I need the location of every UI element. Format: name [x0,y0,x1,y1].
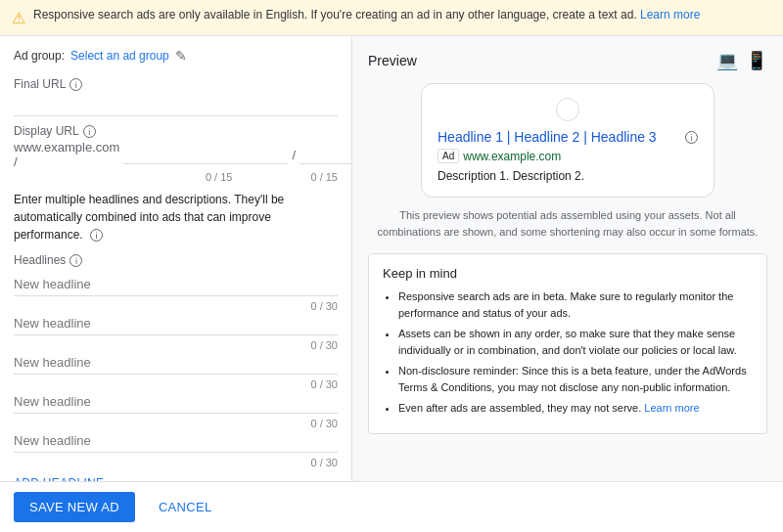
ad-preview-circle [556,98,579,121]
top-notice: ⚠ Responsive search ads are only availab… [0,0,783,36]
display-url-slash: / [292,148,296,162]
headline-item-1 [14,273,338,296]
desktop-icon[interactable]: 💻 [716,50,738,71]
headline-input-1[interactable] [14,273,338,296]
hint-text: Enter multiple headlines and description… [14,191,338,244]
notice-learn-more-link[interactable]: Learn more [640,8,700,22]
ad-url-line: Ad www.example.com [438,149,698,163]
device-icons: 💻 📱 [716,50,767,71]
headline-count-3: 0 / 30 [14,378,338,390]
final-url-label: Final URL i [14,77,338,91]
notice-text: Responsive search ads are only available… [33,8,700,22]
ad-group-label: Ad group: [14,49,65,63]
keep-in-mind-item-3: Non-disclosure reminder: Since this is a… [398,363,753,395]
headlines-info-icon[interactable]: i [69,254,82,267]
notice-message: Responsive search ads are only available… [33,8,637,22]
display-url-label: Display URL i [14,124,338,138]
main-container: ⚠ Responsive search ads are only availab… [0,0,783,532]
headline-item-5 [14,429,338,453]
headline-count-5: 0 / 30 [14,457,338,468]
keep-in-mind-item-4: Even after ads are assembled, they may n… [398,400,753,417]
ad-headline-text: Headline 1 | Headline 2 | Headline 3 [438,129,657,145]
headlines-list: 0 / 30 0 / 30 0 / 30 0 / 30 0 / 30 [14,273,338,468]
display-url-count-1: 0 / 15 [206,171,233,183]
warning-icon: ⚠ [12,9,25,27]
preview-title: Preview [368,53,417,68]
display-url-row: www.example.com / / [14,140,338,169]
ad-display-url: www.example.com [463,150,561,163]
keep-in-mind-learn-more-link[interactable]: Learn more [644,402,699,414]
display-url-input-2[interactable] [299,145,352,164]
display-url-input-1[interactable] [123,145,288,164]
edit-icon[interactable]: ✎ [175,48,187,64]
headline-item-2 [14,312,338,335]
right-panel: Preview 💻 📱 Headline 1 | Headline 2 | He… [352,36,783,481]
keep-in-mind-title: Keep in mind [383,266,753,281]
select-ad-group-link[interactable]: Select an ad group [70,49,169,63]
headline-input-4[interactable] [14,390,338,414]
footer: SAVE NEW AD CANCEL [0,481,783,532]
headline-item-3 [14,351,338,375]
display-url-counts: 0 / 15 0 / 15 [14,171,338,183]
ad-headline: Headline 1 | Headline 2 | Headline 3 i [438,129,698,145]
keep-in-mind-item-2: Assets can be shown in any order, so mak… [398,326,753,358]
ad-group-row: Ad group: Select an ad group ✎ [14,48,338,64]
ad-preview-info-icon[interactable]: i [685,131,698,144]
final-url-field: Final URL i [14,77,338,116]
headlines-section-label: Headlines i [14,253,338,267]
hint-info-icon[interactable]: i [90,229,103,242]
keep-in-mind: Keep in mind Responsive search ads are i… [368,253,767,434]
left-panel: Ad group: Select an ad group ✎ Final URL… [0,36,352,481]
preview-header: Preview 💻 📱 [368,50,767,71]
display-url-prefix: www.example.com / [14,140,119,169]
display-url-count-2: 0 / 15 [310,171,338,183]
ad-preview-box: Headline 1 | Headline 2 | Headline 3 i A… [421,83,714,198]
headline-count-2: 0 / 30 [14,339,338,351]
save-new-ad-button[interactable]: SAVE NEW AD [14,492,135,522]
keep-in-mind-list: Responsive search ads are in beta. Make … [383,288,753,417]
display-url-field: Display URL i www.example.com / / 0 / 15… [14,124,338,183]
headline-input-3[interactable] [14,351,338,375]
final-url-input[interactable] [14,93,338,116]
preview-note: This preview shows potential ads assembl… [368,207,767,240]
headline-item-4 [14,390,338,414]
keep-in-mind-item-1: Responsive search ads are in beta. Make … [398,288,753,321]
headline-count-4: 0 / 30 [14,418,338,429]
content-area: Ad group: Select an ad group ✎ Final URL… [0,36,783,481]
ad-badge: Ad [438,149,459,163]
ad-description: Description 1. Description 2. [438,169,698,183]
headline-count-1: 0 / 30 [14,300,338,312]
headline-input-2[interactable] [14,312,338,335]
cancel-button[interactable]: CANCEL [147,492,224,522]
headline-input-5[interactable] [14,429,338,453]
display-url-info-icon[interactable]: i [83,125,96,138]
mobile-icon[interactable]: 📱 [746,50,767,71]
final-url-info-icon[interactable]: i [69,78,82,91]
